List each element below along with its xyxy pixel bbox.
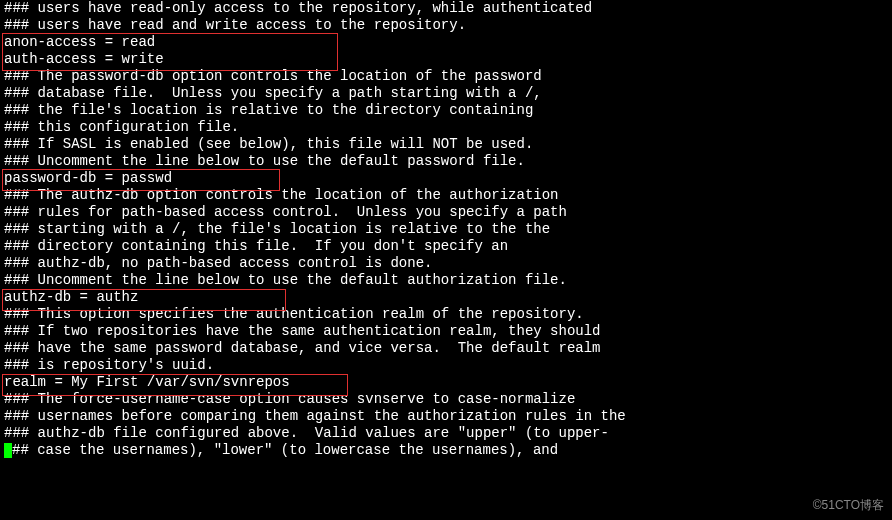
terminal-line: ## case the usernames), "lower" (to lowe… — [4, 442, 888, 459]
watermark-label: ©51CTO博客 — [813, 497, 884, 514]
terminal-line: ### usernames before comparing them agai… — [4, 408, 888, 425]
terminal-line: ### is repository's uuid. — [4, 357, 888, 374]
terminal-line: ### If two repositories have the same au… — [4, 323, 888, 340]
terminal-line: ### database file. Unless you specify a … — [4, 85, 888, 102]
terminal-viewport[interactable]: ### users have read-only access to the r… — [0, 0, 892, 459]
terminal-line: auth-access = write — [4, 51, 888, 68]
terminal-line: ### users have read and write access to … — [4, 17, 888, 34]
terminal-line: ### have the same password database, and… — [4, 340, 888, 357]
terminal-line: ### This option specifies the authentica… — [4, 306, 888, 323]
terminal-line: ### starting with a /, the file's locati… — [4, 221, 888, 238]
terminal-line: ### directory containing this file. If y… — [4, 238, 888, 255]
terminal-line: anon-access = read — [4, 34, 888, 51]
cursor — [4, 443, 12, 458]
terminal-line: password-db = passwd — [4, 170, 888, 187]
terminal-line: realm = My First /var/svn/svnrepos — [4, 374, 888, 391]
terminal-line: ### this configuration file. — [4, 119, 888, 136]
terminal-line: ### If SASL is enabled (see below), this… — [4, 136, 888, 153]
terminal-line: authz-db = authz — [4, 289, 888, 306]
terminal-line: ### authz-db, no path-based access contr… — [4, 255, 888, 272]
terminal-line: ### The password-db option controls the … — [4, 68, 888, 85]
terminal-line: ### Uncomment the line below to use the … — [4, 272, 888, 289]
terminal-line: ### users have read-only access to the r… — [4, 0, 888, 17]
terminal-line: ### Uncomment the line below to use the … — [4, 153, 888, 170]
terminal-line: ### The authz-db option controls the loc… — [4, 187, 888, 204]
terminal-line: ### rules for path-based access control.… — [4, 204, 888, 221]
terminal-line: ### authz-db file configured above. Vali… — [4, 425, 888, 442]
terminal-line: ### the file's location is relative to t… — [4, 102, 888, 119]
terminal-line: ### The force-username-case option cause… — [4, 391, 888, 408]
